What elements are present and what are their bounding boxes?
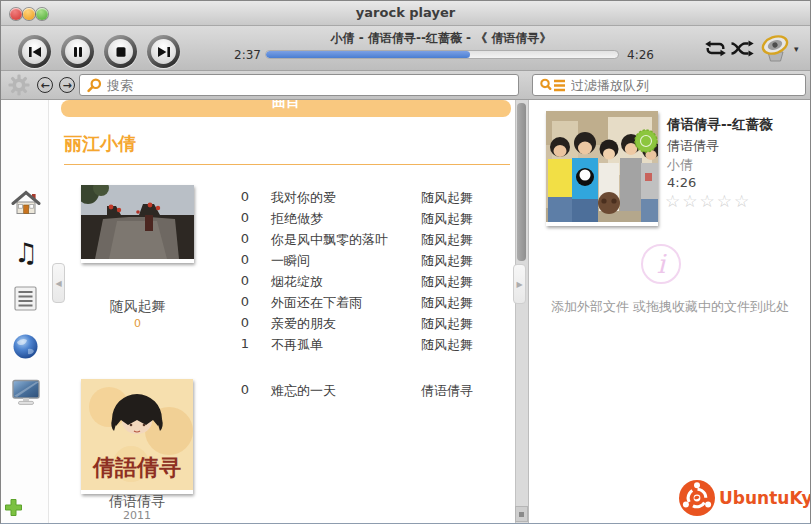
search-icon xyxy=(86,78,102,93)
home-icon xyxy=(11,190,41,217)
scroll-down-icon xyxy=(519,512,524,517)
badge-green-icon xyxy=(634,129,658,153)
track-album: 倩语倩寻 xyxy=(421,382,473,400)
track-number: 0 xyxy=(215,189,249,204)
album-cover-qianyuqianxun[interactable]: 倩語倩寻 xyxy=(81,379,193,494)
playlist-icon xyxy=(13,285,38,312)
album-year-label: 2011 xyxy=(81,509,193,522)
player-toolbar: 2:37 小倩 - 倩语倩寻--红蔷薇 - 《 倩语倩寻》 4:26 xyxy=(1,26,810,71)
track-album: 随风起舞 xyxy=(421,189,473,207)
forward-arrow-icon: → xyxy=(62,79,71,92)
tracks-section-banner: 曲目 xyxy=(61,100,511,117)
track-album: 随风起舞 xyxy=(421,231,473,249)
track-number: 0 xyxy=(215,382,249,397)
now-playing-group-photo xyxy=(546,111,658,222)
track-row[interactable]: 0一瞬间随风起舞 xyxy=(215,252,249,267)
speaker-icon xyxy=(757,33,793,64)
scroll-down-button[interactable] xyxy=(515,506,528,522)
album-art-calligraphy-text: 倩語倩寻 xyxy=(92,455,181,480)
seek-bar[interactable] xyxy=(265,50,619,59)
track-row[interactable]: 1不再孤单随风起舞 xyxy=(215,336,249,351)
elapsed-time: 2:37 xyxy=(223,48,261,62)
sidebar-item-web[interactable] xyxy=(12,333,39,364)
album-cover-suifengqiwu[interactable] xyxy=(81,185,194,263)
track-row[interactable]: 0我对你的爱随风起舞 xyxy=(215,189,249,204)
track-number: 0 xyxy=(215,210,249,225)
track-album: 随风起舞 xyxy=(421,210,473,228)
track-row[interactable]: 0烟花绽放随风起舞 xyxy=(215,273,249,288)
repeat-icon xyxy=(703,38,728,59)
previous-track-icon xyxy=(22,39,47,64)
track-album: 随风起舞 xyxy=(421,336,473,354)
queue-filter-input[interactable] xyxy=(571,78,805,93)
track-number: 1 xyxy=(215,336,249,351)
info-icon: i xyxy=(641,244,681,284)
search-input[interactable] xyxy=(107,78,518,93)
sidebar-splitter-handle[interactable]: ◀ xyxy=(52,263,65,303)
window-title: yarock player xyxy=(1,5,810,20)
track-row[interactable]: 0拒绝做梦随风起舞 xyxy=(215,210,249,225)
back-button[interactable]: ← xyxy=(37,77,53,93)
queue-track-title: 倩语倩寻--红蔷薇 xyxy=(667,116,773,134)
track-title: 外面还在下着雨 xyxy=(271,294,362,312)
track-number: 0 xyxy=(215,252,249,267)
navigation-toolbar: ← → xyxy=(1,71,810,100)
content-scrollbar-thumb[interactable] xyxy=(517,103,526,261)
album-art-street-photo xyxy=(81,185,194,259)
track-title: 难忘的一天 xyxy=(271,382,336,400)
track-number: 0 xyxy=(215,294,249,309)
settings-button[interactable] xyxy=(8,74,30,100)
track-album: 随风起舞 xyxy=(421,273,473,291)
track-title: 烟花绽放 xyxy=(271,273,323,291)
track-row[interactable]: 0亲爱的朋友随风起舞 xyxy=(215,315,249,330)
stop-button[interactable] xyxy=(104,35,137,68)
next-track-icon xyxy=(151,39,176,64)
sidebar-item-playlists[interactable] xyxy=(13,285,38,316)
pause-button[interactable] xyxy=(61,35,94,68)
volume-dropdown-arrow[interactable]: ▾ xyxy=(794,44,799,54)
track-title: 我对你的爱 xyxy=(271,189,336,207)
track-title: 你是风中飘零的落叶 xyxy=(271,231,388,249)
collapse-left-icon: ◀ xyxy=(55,279,61,288)
track-album: 随风起舞 xyxy=(421,315,473,333)
section-header-label: 曲目 xyxy=(61,100,511,111)
shuffle-button[interactable] xyxy=(730,38,755,63)
track-row[interactable]: 0你是风中飘零的落叶随风起舞 xyxy=(215,231,249,246)
queue-splitter-handle[interactable]: ▶ xyxy=(513,264,526,304)
artist-header: 丽江小倩 xyxy=(64,132,510,165)
sidebar-item-home[interactable] xyxy=(11,190,41,221)
ubuntukylin-label: UbuntuKylin xyxy=(719,488,811,508)
track-title: 亲爱的朋友 xyxy=(271,315,336,333)
queue-filter-box xyxy=(532,74,806,96)
track-number: 0 xyxy=(215,315,249,330)
search-box xyxy=(79,74,519,96)
track-album: 随风起舞 xyxy=(421,294,473,312)
previous-track-button[interactable] xyxy=(18,35,51,68)
album-title-label: 随风起舞 xyxy=(81,298,194,316)
queue-album: 倩语倩寻 xyxy=(667,137,719,155)
forward-button[interactable]: → xyxy=(59,77,75,93)
track-title: 拒绝做梦 xyxy=(271,210,323,228)
pause-icon xyxy=(65,39,90,64)
title-bar[interactable]: yarock player xyxy=(1,1,810,26)
sidebar-item-computer[interactable] xyxy=(11,379,41,410)
rating-stars[interactable]: ☆☆☆☆☆ xyxy=(665,191,751,211)
track-number: 0 xyxy=(215,231,249,246)
seek-bar-fill xyxy=(266,51,470,58)
gear-icon xyxy=(8,74,30,96)
queue-duration: 4:26 xyxy=(667,175,696,190)
back-arrow-icon: ← xyxy=(40,79,49,92)
volume-button[interactable] xyxy=(757,33,793,68)
sidebar-item-music[interactable]: ♫ xyxy=(14,239,38,266)
track-number: 0 xyxy=(215,273,249,288)
globe-icon xyxy=(12,333,39,360)
plus-icon xyxy=(4,498,23,517)
track-row[interactable]: 0外面还在下着雨随风起舞 xyxy=(215,294,249,309)
total-time: 4:26 xyxy=(627,48,654,62)
track-row[interactable]: 0难忘的一天倩语倩寻 xyxy=(215,382,249,397)
now-playing-label: 小倩 - 倩语倩寻--红蔷薇 - 《 倩语倩寻》 xyxy=(246,30,636,47)
music-note-icon: ♫ xyxy=(14,237,38,268)
add-source-button[interactable] xyxy=(4,498,23,521)
next-track-button[interactable] xyxy=(147,35,180,68)
repeat-button[interactable] xyxy=(703,38,728,63)
